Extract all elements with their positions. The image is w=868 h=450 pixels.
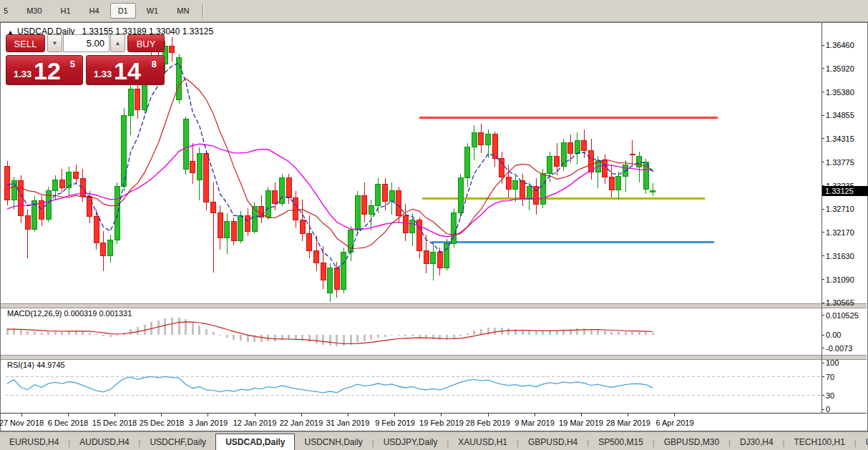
symbol-tab-tech100-h1[interactable]: TECH100,H1 <box>784 434 854 450</box>
timeframe-button-m30[interactable]: M30 <box>19 3 49 19</box>
timeframe-button-w1[interactable]: W1 <box>139 3 167 19</box>
volume-increase-button[interactable]: ▲ <box>110 34 125 52</box>
symbol-tab-sp500-m15[interactable]: SP500,M15 <box>589 434 653 450</box>
ask-price-prefix: 1.33 <box>94 69 112 79</box>
ask-price-button[interactable]: 1.33 14 8 <box>86 55 165 85</box>
date-axis-label: 19 Feb 2019 <box>419 419 464 427</box>
date-axis-label: 15 Dec 2018 <box>92 419 137 427</box>
timeframe-toolbar: 5M30H1H4D1W1MN <box>0 0 868 22</box>
timeframe-button-h1[interactable]: H1 <box>53 3 79 19</box>
sell-button[interactable]: SELL <box>6 34 45 52</box>
price-axis-label: 1.30565 <box>826 298 854 307</box>
bid-price-pip: 5 <box>70 59 75 69</box>
timeframe-button-d1[interactable]: D1 <box>110 3 136 19</box>
date-axis-label: 27 Nov 2018 <box>0 419 44 427</box>
date-axis-label: 6 Apr 2019 <box>655 419 693 427</box>
toolbar-separator <box>203 4 204 18</box>
macd-label: MACD(12,26,9) 0.000319 0.001331 <box>7 309 132 318</box>
price-axis-label: 1.35380 <box>826 88 854 97</box>
timeframe-button-h4[interactable]: H4 <box>82 3 107 19</box>
symbol-tab-bar: EURUSD,H4|AUDUSD,H4|USDCHF,DailyUSDCAD,D… <box>0 431 868 450</box>
buy-button[interactable]: BUY <box>127 34 165 52</box>
macd-axis-label: 0.00 <box>826 331 841 339</box>
date-axis-label: 28 Feb 2019 <box>466 419 510 427</box>
date-axis-label: 9 Feb 2019 <box>375 419 415 427</box>
symbol-tab-usdcnh-daily[interactable]: USDCNH,Daily <box>295 434 371 450</box>
date-axis-label: 31 Jan 2019 <box>326 419 370 427</box>
bid-price-button[interactable]: 1.33 12 5 <box>6 55 83 85</box>
macd-axis-label: 0.010525 <box>826 311 859 320</box>
price-axis-label: 1.32170 <box>826 228 854 237</box>
rsi-axis-label: 70 <box>826 373 834 381</box>
ask-price-main: 14 <box>114 56 141 86</box>
symbol-tab-dj30-h4[interactable]: DJ30,H4 <box>731 434 783 450</box>
timeframe-button-mn[interactable]: MN <box>169 3 197 19</box>
date-axis-label: 3 Jan 2019 <box>189 419 228 427</box>
symbol-tab-usdjpy-daily[interactable]: USDJPY,Daily <box>374 434 447 450</box>
price-axis-separator <box>821 23 822 413</box>
date-axis-label: 28 Mar 2019 <box>606 419 650 427</box>
bid-price-main: 12 <box>34 56 61 86</box>
rsi-axis-label: 0 <box>826 405 830 414</box>
date-axis-frame <box>1 413 867 414</box>
macd-axis-label: -0.0073 <box>826 344 852 353</box>
symbol-tab-audusd-h4[interactable]: AUDUSD,H4 <box>70 434 138 450</box>
macd-pane-splitter[interactable] <box>1 303 867 308</box>
price-axis-label: 1.33775 <box>826 158 854 167</box>
price-axis-label: 1.31090 <box>826 275 854 284</box>
volume-decrease-button[interactable]: ▼ <box>47 34 62 52</box>
symbol-tab-gbpusd-m30[interactable]: GBPUSD,M30 <box>655 434 728 450</box>
rsi-pane-splitter[interactable] <box>1 355 867 360</box>
price-axis-label: 1.31630 <box>826 252 854 260</box>
price-axis-label: 1.34855 <box>826 111 854 119</box>
price-axis-label: 1.36460 <box>826 41 854 49</box>
symbol-tab-xauusd-h1[interactable]: XAUUSD,H1 <box>449 434 517 450</box>
symbol-tab-ukoil-h[interactable]: UKOil,H <box>857 434 868 450</box>
current-price-tag: 1.33125 <box>822 186 868 196</box>
rsi-axis-label: 30 <box>826 391 834 400</box>
volume-input[interactable] <box>63 34 109 52</box>
timeframe-button-5[interactable]: 5 <box>0 3 16 19</box>
date-axis-label: 12 Jan 2019 <box>233 419 277 427</box>
mt4-workspace: 5M30H1H4D1W1MN ▲USDCAD,Daily1.33155 1.33… <box>0 0 868 450</box>
symbol-tab-eurusd-h4[interactable]: EURUSD,H4 <box>0 434 68 450</box>
bid-price-prefix: 1.33 <box>14 69 31 79</box>
price-axis-label: 1.34315 <box>826 134 854 143</box>
date-axis-label: 19 Mar 2019 <box>559 419 603 427</box>
symbol-tab-gbpusd-h4[interactable]: GBPUSD,H4 <box>519 434 587 450</box>
date-axis-label: 25 Dec 2018 <box>140 419 184 427</box>
price-axis-label: 1.35920 <box>826 64 854 73</box>
rsi-axis-label: 100 <box>826 358 839 367</box>
price-axis-label: 1.32710 <box>826 205 854 213</box>
rsi-label: RSI(14) 44.9745 <box>7 361 65 369</box>
date-axis-label: 22 Jan 2019 <box>280 419 323 427</box>
symbol-tab-usdcad-daily[interactable]: USDCAD,Daily <box>215 434 295 450</box>
date-axis-label: 6 Dec 2018 <box>48 419 88 427</box>
ask-price-pip: 8 <box>152 59 157 69</box>
symbol-tab-usdchf-daily[interactable]: USDCHF,Daily <box>140 434 215 450</box>
date-axis-label: 9 Mar 2019 <box>515 419 555 427</box>
